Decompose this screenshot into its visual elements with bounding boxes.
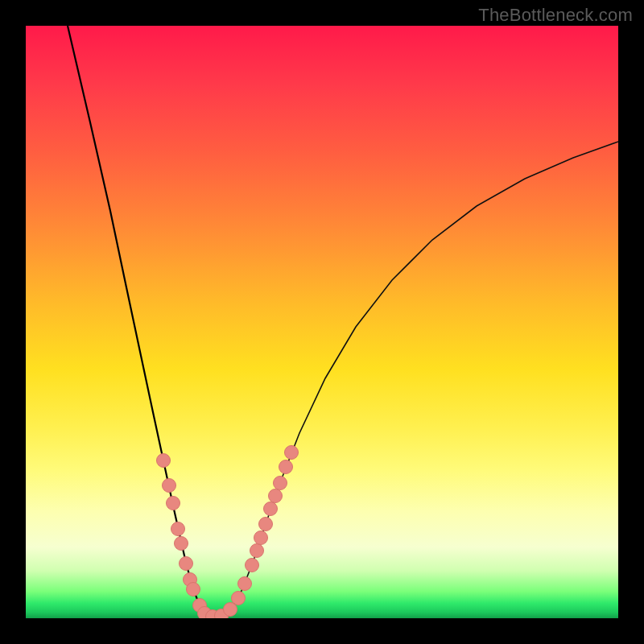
plot-area	[26, 26, 618, 618]
data-marker	[167, 497, 180, 510]
data-marker	[187, 583, 200, 597]
data-marker	[279, 460, 293, 474]
data-marker	[250, 544, 264, 558]
data-marker	[274, 477, 287, 490]
data-marker	[232, 592, 246, 605]
data-marker	[264, 502, 278, 516]
data-marker	[171, 522, 185, 536]
data-marker	[224, 603, 237, 617]
data-markers	[26, 26, 618, 618]
data-marker	[269, 489, 283, 503]
data-marker	[259, 518, 273, 531]
data-marker	[285, 446, 299, 460]
data-marker	[180, 557, 193, 571]
data-marker	[254, 531, 268, 545]
chart-frame: TheBottleneck.com	[0, 0, 644, 644]
data-marker	[163, 479, 176, 493]
data-marker	[157, 454, 171, 468]
data-marker	[246, 559, 259, 572]
attribution-text: TheBottleneck.com	[478, 5, 633, 26]
data-marker	[175, 537, 188, 551]
data-marker	[238, 577, 252, 591]
